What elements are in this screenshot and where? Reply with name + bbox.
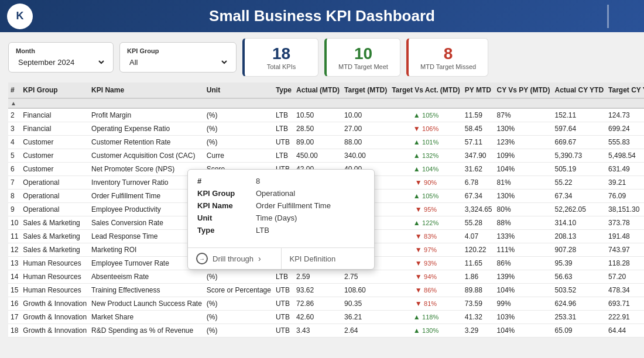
mtd-meet-card: 10 MTD Target Meet <box>324 38 400 77</box>
cell-actual-mtd: 10.50 <box>294 108 342 122</box>
cell-num: 13 <box>8 257 20 270</box>
cell-num: 3 <box>8 122 20 136</box>
table-row[interactable]: 18 Growth & Innovation R&D Spending as %… <box>8 324 644 338</box>
table-row[interactable]: 2 Financial Profit Margin (%) LTB 10.50 … <box>8 108 644 122</box>
mtd-meet-label: MTD Target Meet <box>338 63 388 70</box>
cell-py-mtd: 11.59 <box>463 108 495 122</box>
cell-target-mtd: 2.64 <box>342 324 389 338</box>
kpi-definition-label: KPI Definition <box>290 254 336 263</box>
kpi-group-select[interactable]: All <box>127 57 229 67</box>
cell-cy-vs-py: 87% <box>495 108 553 122</box>
cell-cy-vs-py: 103% <box>495 311 553 324</box>
cell-target-vs: ▲ 105% <box>389 190 463 203</box>
cell-actual-cy: 67.34 <box>552 190 606 203</box>
tooltip-num-label: # <box>197 177 256 185</box>
cell-cy-vs-py: 130% <box>495 122 553 136</box>
cell-target-mtd: 340.00 <box>342 149 389 163</box>
col-name: KPI Name <box>89 82 204 98</box>
cell-target-mtd: 27.00 <box>342 122 389 136</box>
table-row[interactable]: 16 Growth & Innovation New Product Launc… <box>8 297 644 311</box>
cell-unit: (%) <box>204 108 273 122</box>
table-row[interactable]: 15 Human Resources Training Effectivenes… <box>8 284 644 297</box>
cell-target-mtd: 108.60 <box>342 284 389 297</box>
month-label: Month <box>16 47 106 54</box>
cell-num: 4 <box>8 136 20 149</box>
cell-py-mtd: 6.78 <box>463 176 495 190</box>
cell-py-mtd: 4.07 <box>463 230 495 243</box>
table-header-row: # KPI Group KPI Name Unit Type Actual (M… <box>8 82 644 98</box>
cell-group: Sales & Marketing <box>20 243 89 257</box>
cell-py-mtd: 41.32 <box>463 311 495 324</box>
cell-num: 11 <box>8 230 20 243</box>
mtd-missed-number: 8 <box>420 44 476 63</box>
col-num: # <box>8 82 20 98</box>
col-actual-mtd: Actual (MTD) <box>294 82 342 98</box>
kpi-definition-button[interactable]: KPI Definition <box>282 250 375 268</box>
cell-num: 9 <box>8 203 20 216</box>
table-row[interactable]: 3 Financial Operating Expense Ratio (%) … <box>8 122 644 136</box>
app-title: Small Business KPI Dashboard <box>209 7 435 25</box>
cell-group: Growth & Innovation <box>20 297 89 311</box>
table-row[interactable]: 5 Customer Customer Acquisition Cost (CA… <box>8 149 644 163</box>
cell-actual-cy: 314.10 <box>552 216 606 230</box>
cell-cy-vs-py: 123% <box>495 136 553 149</box>
cell-actual-cy: 597.64 <box>552 122 606 136</box>
cell-target-mtd: 88.00 <box>342 136 389 149</box>
cell-target-vs: ▲ 101% <box>389 136 463 149</box>
cell-cy-vs-py: 109% <box>495 149 553 163</box>
cell-target-vs: ▲ 105% <box>389 108 463 122</box>
col-py-mtd: PY MTD <box>463 82 495 98</box>
cell-cy-vs-py: 99% <box>495 297 553 311</box>
cell-target-cy: 631.49 <box>606 163 644 176</box>
cell-group: Operational <box>20 190 89 203</box>
cell-group: Human Resources <box>20 270 89 284</box>
cell-target-vs: ▲ 122% <box>389 216 463 230</box>
tooltip-unit-value: Time (Days) <box>256 214 297 222</box>
cell-target-cy: 64.44 <box>606 324 644 338</box>
sort-row: ▲ <box>8 98 644 108</box>
cell-num: 6 <box>8 163 20 176</box>
tooltip-unit-row: Unit Time (Days) <box>197 214 365 222</box>
kpi-group-control: KPI Group All <box>119 42 237 73</box>
cell-actual-cy: 669.67 <box>552 136 606 149</box>
col-target-mtd: Target (MTD) <box>342 82 389 98</box>
cell-actual-cy: 253.31 <box>552 311 606 324</box>
cell-type: LTB <box>273 149 294 163</box>
cell-type: UTB <box>273 324 294 338</box>
cell-num: 18 <box>8 324 20 338</box>
cell-py-mtd: 3,324.65 <box>463 203 495 216</box>
cell-target-cy: 124.73 <box>606 108 644 122</box>
month-select[interactable]: September 2024 <box>16 57 106 67</box>
tooltip-name-value: Order Fulfillment Time <box>256 201 331 210</box>
cell-actual-cy: 505.19 <box>552 163 606 176</box>
tooltip-group-value: Operational <box>256 189 295 198</box>
tooltip-num-value: 8 <box>256 177 260 185</box>
cell-target-cy: 76.09 <box>606 190 644 203</box>
cell-group: Financial <box>20 122 89 136</box>
cell-group: Growth & Innovation <box>20 311 89 324</box>
cell-cy-vs-py: 133% <box>495 230 553 243</box>
tooltip-footer: → Drill through › KPI Definition <box>188 247 374 269</box>
cell-group: Sales & Marketing <box>20 216 89 230</box>
cell-py-mtd: 11.65 <box>463 257 495 270</box>
tooltip-group-label: KPI Group <box>197 189 256 198</box>
table-row[interactable]: 14 Human Resources Absenteeism Rate (%) … <box>8 270 644 284</box>
drill-through-button[interactable]: → Drill through › <box>188 248 282 269</box>
table-row[interactable]: 4 Customer Customer Retention Rate (%) U… <box>8 136 644 149</box>
sort-icon[interactable]: ▲ <box>11 100 16 106</box>
table-row[interactable]: 17 Growth & Innovation Market Share (%) … <box>8 311 644 324</box>
col-cy-vs-py: CY Vs PY (MTD) <box>495 82 553 98</box>
cell-num: 2 <box>8 108 20 122</box>
mtd-missed-label: MTD Target Missed <box>420 63 476 70</box>
cell-actual-mtd: 28.50 <box>294 122 342 136</box>
cell-py-mtd: 89.88 <box>463 284 495 297</box>
cell-target-mtd: 36.21 <box>342 311 389 324</box>
cell-cy-vs-py: 81% <box>495 176 553 190</box>
cell-unit: (%) <box>204 297 273 311</box>
cell-target-cy: 191.48 <box>606 230 644 243</box>
cell-actual-mtd: 450.00 <box>294 149 342 163</box>
cell-target-vs: ▲ 118% <box>389 311 463 324</box>
cell-target-cy: 373.78 <box>606 216 644 230</box>
cell-cy-vs-py: 86% <box>495 257 553 270</box>
tooltip-type-row: Type LTB <box>197 226 365 235</box>
